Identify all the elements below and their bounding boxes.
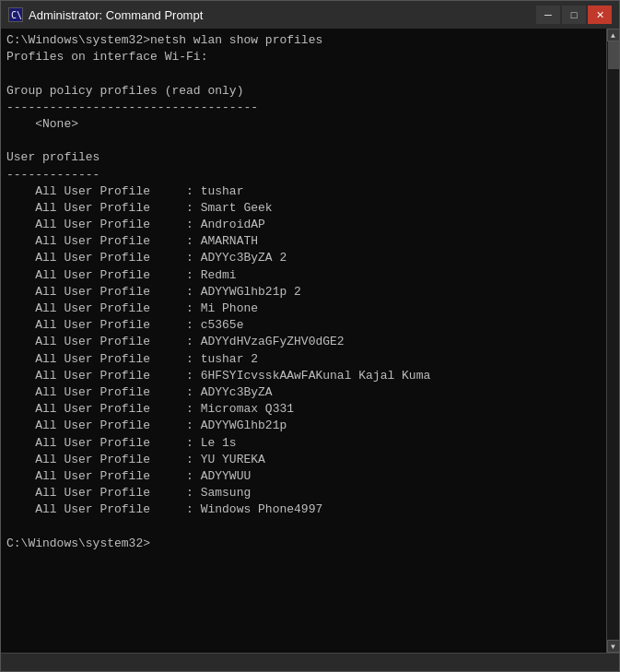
terminal-line: All User Profile : 6HFSYIcvsskAAwFAKunal… bbox=[6, 368, 601, 384]
command-line: C:\Windows\system32>netsh wlan show prof… bbox=[6, 32, 601, 49]
terminal-output[interactable]: C:\Windows\system32>netsh wlan show prof… bbox=[1, 29, 606, 653]
terminal-line: All User Profile : ADYYWGlhb21p bbox=[6, 418, 601, 434]
app-icon: C\ bbox=[8, 7, 23, 22]
terminal-line: User profiles bbox=[6, 149, 601, 166]
svg-text:C\: C\ bbox=[11, 10, 22, 20]
terminal-line: All User Profile : tushar bbox=[6, 183, 601, 200]
terminal-line: Profiles on interface Wi-Fi: bbox=[6, 49, 601, 65]
terminal-line: C:\Windows\system32> bbox=[6, 536, 601, 552]
close-button[interactable]: ✕ bbox=[588, 6, 612, 24]
terminal-line: All User Profile : AMARNATH bbox=[6, 233, 601, 250]
terminal-line bbox=[6, 65, 601, 82]
terminal-line: All User Profile : tushar 2 bbox=[6, 351, 601, 368]
terminal-line: All User Profile : ADYYc3ByZA bbox=[6, 384, 601, 401]
maximize-button[interactable]: □ bbox=[562, 6, 586, 24]
terminal-line: All User Profile : AndroidAP bbox=[6, 217, 601, 233]
scrollbar: ▲ ▼ bbox=[606, 29, 619, 653]
terminal-line: Group policy profiles (read only) bbox=[6, 83, 601, 100]
bottom-bar bbox=[1, 653, 619, 671]
terminal-line: All User Profile : ADYYc3ByZA 2 bbox=[6, 250, 601, 266]
terminal-line: All User Profile : ADYYdHVzaGFyZHV0dGE2 bbox=[6, 334, 601, 350]
terminal-line: All User Profile : Windows Phone4997 bbox=[6, 501, 601, 518]
title-bar: C\ Administrator: Command Prompt ─ □ ✕ bbox=[1, 1, 619, 29]
scroll-thumb[interactable] bbox=[608, 41, 619, 69]
scroll-up-arrow[interactable]: ▲ bbox=[607, 29, 620, 41]
terminal-line: All User Profile : ADYYWUU bbox=[6, 468, 601, 485]
terminal-line bbox=[6, 518, 601, 535]
terminal-line: All User Profile : Samsung bbox=[6, 485, 601, 501]
terminal-line: ----------------------------------- bbox=[6, 100, 601, 116]
window-controls: ─ □ ✕ bbox=[536, 6, 612, 24]
terminal-line: All User Profile : ADYYWGlhb21p 2 bbox=[6, 284, 601, 301]
minimize-button[interactable]: ─ bbox=[536, 6, 560, 24]
window-title: Administrator: Command Prompt bbox=[29, 8, 203, 22]
terminal-body: C:\Windows\system32>netsh wlan show prof… bbox=[1, 29, 619, 653]
terminal-line: ------------- bbox=[6, 167, 601, 183]
terminal-line: All User Profile : Micromax Q331 bbox=[6, 401, 601, 418]
terminal-line: All User Profile : Mi Phone bbox=[6, 301, 601, 317]
terminal-line: All User Profile : YU YUREKA bbox=[6, 452, 601, 468]
terminal-line: <None> bbox=[6, 116, 601, 133]
scroll-down-arrow[interactable]: ▼ bbox=[607, 640, 620, 653]
terminal-line bbox=[6, 133, 601, 149]
terminal-line: All User Profile : Redmi bbox=[6, 267, 601, 284]
title-bar-left: C\ Administrator: Command Prompt bbox=[8, 7, 203, 22]
terminal-line: All User Profile : Le 1s bbox=[6, 435, 601, 452]
terminal-line: All User Profile : c5365e bbox=[6, 317, 601, 334]
scroll-track[interactable] bbox=[607, 41, 619, 640]
terminal-line: All User Profile : Smart Geek bbox=[6, 200, 601, 217]
command-prompt-window: C\ Administrator: Command Prompt ─ □ ✕ C… bbox=[0, 0, 620, 672]
